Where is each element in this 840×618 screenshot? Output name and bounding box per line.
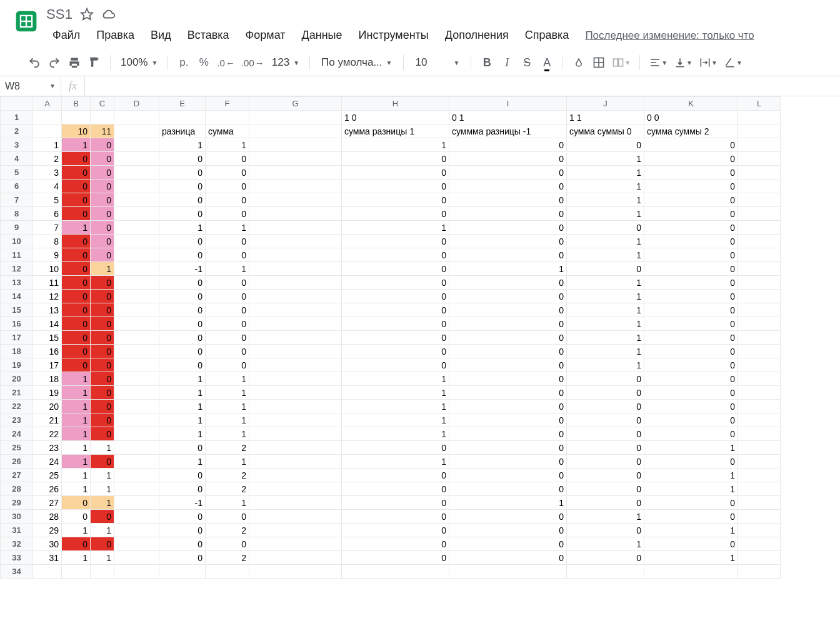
menu-tools[interactable]: Инструменты [351, 26, 436, 44]
cell[interactable]: 1 [159, 413, 206, 427]
cell[interactable]: 17 [33, 358, 62, 372]
cell[interactable]: 0 [644, 235, 738, 248]
cell[interactable]: 0 [91, 248, 114, 262]
cell[interactable]: 0 [342, 276, 449, 290]
cell[interactable]: 0 [62, 331, 91, 345]
cell[interactable]: 0 1 [449, 111, 567, 124]
font-family-select[interactable]: По умолча...▼ [316, 56, 397, 69]
cell[interactable] [249, 551, 342, 565]
cell[interactable]: 3 [33, 166, 62, 180]
cell[interactable]: 0 [159, 510, 206, 524]
cell[interactable]: 7 [33, 221, 62, 235]
cell[interactable]: 1 0 [342, 111, 449, 124]
horizontal-align-icon[interactable]: ▼ [646, 53, 670, 72]
cell[interactable] [114, 427, 159, 441]
cell[interactable] [114, 207, 159, 221]
cell[interactable] [91, 111, 114, 124]
cell[interactable] [249, 524, 342, 537]
cell[interactable]: 0 [342, 358, 449, 372]
cell[interactable] [114, 317, 159, 331]
menu-help[interactable]: Справка [518, 26, 577, 44]
cell[interactable]: 1 1 [567, 111, 644, 124]
menu-format[interactable]: Формат [238, 26, 293, 44]
cell[interactable] [249, 235, 342, 248]
cell[interactable]: 0 [342, 496, 449, 510]
cell[interactable]: 1 [62, 400, 91, 413]
cell[interactable]: 0 [159, 207, 206, 221]
cell[interactable] [114, 496, 159, 510]
cell[interactable]: 1 [644, 441, 738, 455]
cell[interactable]: 0 [62, 537, 91, 551]
cell[interactable]: 0 [644, 152, 738, 166]
cell[interactable]: 1 [62, 524, 91, 537]
cell[interactable] [738, 207, 781, 221]
bold-button[interactable]: B [478, 53, 496, 72]
cell[interactable] [114, 455, 159, 469]
cell[interactable]: 0 [206, 317, 249, 331]
cell[interactable]: 1 [62, 386, 91, 400]
cell[interactable]: 0 [159, 331, 206, 345]
cell[interactable]: 24 [33, 455, 62, 469]
row-header[interactable]: 4 [1, 152, 33, 166]
row-header[interactable]: 32 [1, 537, 33, 551]
cell[interactable]: 0 [91, 303, 114, 317]
cell[interactable]: 0 [206, 235, 249, 248]
cell[interactable]: 0 [206, 303, 249, 317]
cell[interactable]: 0 [342, 290, 449, 303]
column-header[interactable]: E [159, 97, 206, 111]
cell[interactable]: 1 [567, 166, 644, 180]
cell[interactable] [738, 524, 781, 537]
cell[interactable]: 0 [449, 510, 567, 524]
cell[interactable]: 0 [62, 496, 91, 510]
cell[interactable]: 0 [342, 248, 449, 262]
cell[interactable] [644, 565, 738, 579]
percent-button[interactable]: % [194, 53, 213, 72]
cell[interactable] [249, 290, 342, 303]
cell[interactable]: 0 [567, 551, 644, 565]
cell[interactable]: 1 [567, 331, 644, 345]
cell[interactable] [159, 565, 206, 579]
cell[interactable]: 0 [342, 152, 449, 166]
cell[interactable] [249, 386, 342, 400]
cell[interactable]: 1 [342, 372, 449, 386]
cell[interactable] [249, 180, 342, 193]
cell[interactable]: 1 [206, 221, 249, 235]
cell[interactable]: 0 [159, 180, 206, 193]
cell[interactable]: 21 [33, 413, 62, 427]
cell[interactable] [114, 358, 159, 372]
cell[interactable]: 1 [159, 400, 206, 413]
cell[interactable] [114, 111, 159, 124]
row-header[interactable]: 19 [1, 358, 33, 372]
cell[interactable] [738, 358, 781, 372]
cell[interactable]: 0 [644, 166, 738, 180]
cell[interactable]: 1 [567, 290, 644, 303]
cell[interactable]: 0 [91, 413, 114, 427]
column-header[interactable]: L [738, 97, 781, 111]
cell[interactable]: 1 [342, 455, 449, 469]
cell[interactable]: 0 [62, 358, 91, 372]
cell[interactable]: 0 [567, 138, 644, 152]
merge-cells-icon[interactable]: ▼ [609, 53, 633, 72]
cell[interactable]: 0 [91, 138, 114, 152]
column-header[interactable]: B [62, 97, 91, 111]
cell[interactable]: 1 [91, 482, 114, 496]
cell[interactable]: 1 [567, 345, 644, 358]
cell[interactable]: разница [159, 124, 206, 138]
cell[interactable]: сумма [206, 124, 249, 138]
cell[interactable]: 1 [206, 413, 249, 427]
cell[interactable]: 1 [644, 469, 738, 482]
cell[interactable] [114, 441, 159, 455]
cell[interactable]: 0 [206, 166, 249, 180]
cell[interactable] [249, 482, 342, 496]
cell[interactable]: 0 [206, 152, 249, 166]
cell[interactable] [738, 427, 781, 441]
cell[interactable]: 19 [33, 386, 62, 400]
strikethrough-button[interactable]: S [518, 53, 536, 72]
cell[interactable]: 1 [159, 427, 206, 441]
column-header[interactable]: J [567, 97, 644, 111]
cell[interactable] [249, 152, 342, 166]
cell[interactable] [114, 400, 159, 413]
cell[interactable] [738, 510, 781, 524]
cell[interactable]: 1 [206, 372, 249, 386]
cell[interactable] [249, 138, 342, 152]
